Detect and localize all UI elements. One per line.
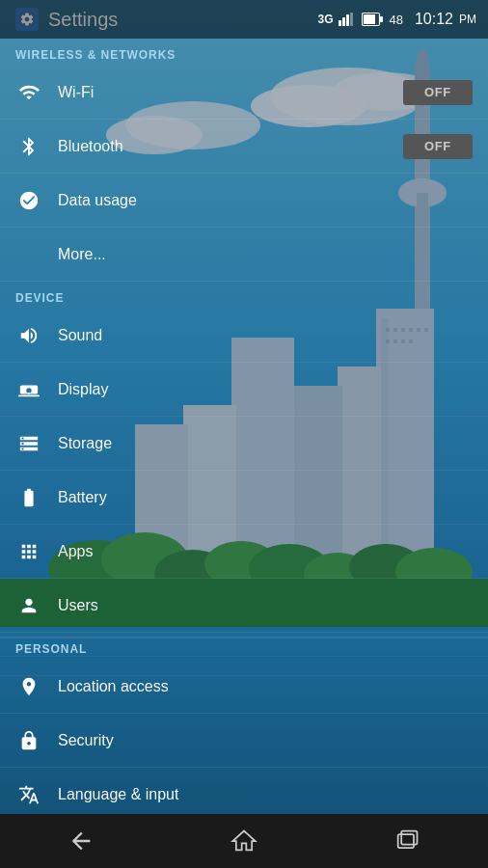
users-label: Users	[58, 597, 473, 614]
wifi-icon	[15, 79, 42, 106]
network-indicator: 3G	[317, 13, 333, 26]
settings-panel: Settings WIRELESS & NETWORKS Wi-Fi OFF B…	[0, 0, 488, 814]
signal-icon	[339, 13, 356, 26]
settings-row-more[interactable]: More...	[0, 228, 488, 282]
svg-rect-49	[397, 834, 413, 848]
more-label: More...	[58, 246, 473, 263]
home-button[interactable]	[221, 818, 267, 864]
battery-icon	[362, 13, 383, 26]
svg-rect-41	[342, 17, 345, 26]
settings-row-security[interactable]: Security	[0, 714, 488, 768]
settings-row-storage[interactable]: Storage	[0, 417, 488, 471]
wifi-toggle[interactable]: OFF	[403, 80, 473, 105]
settings-row-wifi[interactable]: Wi-Fi OFF	[0, 66, 488, 120]
bluetooth-toggle[interactable]: OFF	[403, 134, 473, 159]
location-label: Location access	[58, 678, 473, 695]
back-button[interactable]	[58, 818, 104, 864]
ampm-display: PM	[459, 13, 476, 26]
wifi-label: Wi-Fi	[58, 84, 403, 101]
settings-row-display[interactable]: Display	[0, 363, 488, 417]
bluetooth-icon	[15, 133, 42, 160]
settings-row-battery[interactable]: Battery	[0, 471, 488, 525]
display-label: Display	[58, 381, 473, 398]
settings-row-data-usage[interactable]: Data usage	[0, 174, 488, 228]
language-label: Language & input	[58, 786, 473, 803]
bluetooth-label: Bluetooth	[58, 138, 403, 155]
location-icon	[15, 673, 42, 700]
nav-bar	[0, 814, 488, 868]
svg-rect-45	[380, 16, 383, 22]
settings-row-users[interactable]: Users	[0, 579, 488, 633]
data-usage-icon	[15, 187, 42, 214]
battery-row-icon	[15, 484, 42, 511]
time-display: 10:12	[415, 11, 453, 28]
sound-icon	[15, 322, 42, 349]
svg-rect-42	[346, 14, 349, 26]
security-label: Security	[58, 732, 473, 749]
security-icon	[15, 727, 42, 754]
settings-row-language[interactable]: Language & input	[0, 768, 488, 814]
apps-label: Apps	[58, 543, 473, 560]
display-icon	[15, 376, 42, 403]
svg-rect-46	[364, 14, 375, 24]
storage-label: Storage	[58, 435, 473, 452]
battery-label: Battery	[58, 489, 473, 506]
settings-row-bluetooth[interactable]: Bluetooth OFF	[0, 120, 488, 174]
recent-apps-button[interactable]	[384, 818, 430, 864]
svg-rect-40	[339, 20, 341, 26]
svg-rect-50	[401, 831, 417, 845]
svg-rect-48	[18, 394, 40, 396]
settings-row-apps[interactable]: Apps	[0, 525, 488, 579]
sound-label: Sound	[58, 327, 473, 344]
storage-icon	[15, 430, 42, 457]
language-icon	[15, 781, 42, 808]
status-bar: 3G 48 10:12 PM	[0, 0, 488, 39]
users-icon	[15, 592, 42, 619]
data-usage-label: Data usage	[58, 192, 473, 209]
section-label-device: DEVICE	[0, 282, 488, 309]
section-label-personal: PERSONAL	[0, 633, 488, 660]
settings-row-location[interactable]: Location access	[0, 660, 488, 714]
battery-percent: 48	[389, 13, 402, 27]
section-label-wireless: WIRELESS & NETWORKS	[0, 39, 488, 66]
svg-rect-43	[350, 13, 353, 26]
svg-point-47	[28, 392, 30, 393]
apps-row-icon	[15, 538, 42, 565]
settings-row-sound[interactable]: Sound	[0, 309, 488, 363]
